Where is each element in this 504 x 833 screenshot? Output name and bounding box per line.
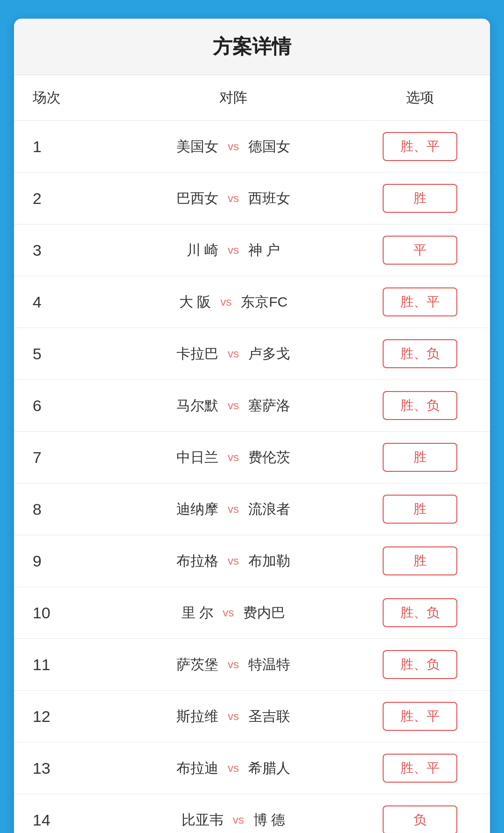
option-badge: 胜	[383, 546, 457, 575]
option-badge: 胜	[383, 495, 457, 524]
vs-label: vs	[228, 762, 239, 775]
table-row: 3 川 崎 vs 神 户 平	[14, 224, 490, 276]
row-number: 13	[33, 759, 98, 777]
row-option: 胜	[369, 443, 471, 472]
vs-label: vs	[228, 554, 239, 567]
home-team: 川 崎	[187, 241, 218, 260]
option-badge: 胜、负	[383, 339, 457, 368]
row-number: 5	[33, 345, 98, 363]
row-option: 胜、平	[369, 287, 471, 316]
table-row: 6 马尔默 vs 塞萨洛 胜、负	[14, 380, 490, 432]
option-badge: 胜、平	[383, 287, 457, 316]
row-option: 胜、平	[369, 132, 471, 161]
table-row: 13 布拉迪 vs 希腊人 胜、平	[14, 742, 490, 794]
row-number: 7	[33, 448, 98, 467]
row-match: 布拉迪 vs 希腊人	[98, 759, 369, 778]
table-row: 14 比亚韦 vs 博 德 负	[14, 794, 490, 833]
away-team: 布加勒	[248, 552, 290, 571]
page-title: 方案详情	[14, 34, 490, 60]
option-badge: 平	[383, 236, 457, 265]
away-team: 卢多戈	[248, 344, 290, 364]
home-team: 里 尔	[182, 603, 213, 623]
away-team: 流浪者	[248, 500, 290, 519]
away-team: 西班女	[248, 189, 290, 208]
option-badge: 胜	[383, 184, 457, 213]
row-number: 14	[33, 811, 98, 829]
row-number: 6	[33, 397, 98, 415]
home-team: 大 阪	[179, 293, 211, 312]
row-number: 8	[33, 500, 98, 518]
row-match: 马尔默 vs 塞萨洛	[98, 396, 369, 415]
home-team: 迪纳摩	[176, 500, 218, 519]
away-team: 费伦茨	[248, 448, 290, 467]
vs-label: vs	[223, 606, 234, 619]
row-number: 9	[33, 552, 98, 570]
vs-label: vs	[220, 295, 231, 308]
vs-label: vs	[228, 710, 239, 723]
table-row: 1 美国女 vs 德国女 胜、平	[14, 121, 490, 173]
option-badge: 胜、平	[383, 702, 457, 731]
row-match: 中日兰 vs 费伦茨	[98, 448, 369, 467]
row-option: 胜、负	[369, 391, 471, 420]
away-team: 德国女	[248, 137, 290, 156]
table-row: 7 中日兰 vs 费伦茨 胜	[14, 432, 490, 483]
row-match: 迪纳摩 vs 流浪者	[98, 500, 369, 519]
row-option: 平	[369, 236, 471, 265]
card-header: 方案详情	[14, 19, 490, 75]
col-field: 场次	[33, 88, 98, 107]
away-team: 东京FC	[241, 293, 287, 312]
row-match: 美国女 vs 德国女	[98, 137, 369, 156]
row-option: 胜	[369, 546, 471, 575]
home-team: 布拉迪	[176, 759, 218, 778]
row-number: 3	[33, 241, 98, 259]
option-badge: 胜、平	[383, 754, 457, 783]
home-team: 巴西女	[176, 189, 218, 208]
row-option: 负	[369, 805, 471, 833]
home-team: 马尔默	[176, 396, 218, 415]
vs-label: vs	[228, 244, 239, 257]
option-badge: 胜、负	[383, 391, 457, 420]
option-badge: 胜、负	[383, 598, 457, 627]
row-number: 4	[33, 293, 98, 311]
vs-label: vs	[228, 192, 239, 205]
vs-label: vs	[228, 140, 239, 153]
vs-label: vs	[233, 813, 244, 826]
row-option: 胜	[369, 184, 471, 213]
away-team: 费内巴	[243, 603, 285, 623]
row-option: 胜、负	[369, 598, 471, 627]
row-number: 10	[33, 604, 98, 622]
table-row: 9 布拉格 vs 布加勒 胜	[14, 535, 490, 587]
option-badge: 胜、负	[383, 650, 457, 679]
home-team: 比亚韦	[182, 811, 224, 830]
table-row: 5 卡拉巴 vs 卢多戈 胜、负	[14, 328, 490, 380]
home-team: 中日兰	[176, 448, 218, 467]
row-match: 里 尔 vs 费内巴	[98, 603, 369, 623]
vs-label: vs	[228, 347, 239, 360]
vs-label: vs	[228, 399, 239, 412]
row-option: 胜	[369, 495, 471, 524]
away-team: 圣吉联	[248, 707, 290, 726]
row-match: 大 阪 vs 东京FC	[98, 293, 369, 312]
row-number: 11	[33, 656, 98, 674]
away-team: 塞萨洛	[248, 396, 290, 415]
away-team: 神 户	[248, 241, 280, 260]
row-match: 川 崎 vs 神 户	[98, 241, 369, 260]
away-team: 特温特	[248, 655, 290, 674]
table-row: 10 里 尔 vs 费内巴 胜、负	[14, 587, 490, 639]
row-number: 12	[33, 707, 98, 726]
row-match: 斯拉维 vs 圣吉联	[98, 707, 369, 726]
table-row: 12 斯拉维 vs 圣吉联 胜、平	[14, 691, 490, 742]
option-badge: 胜	[383, 443, 457, 472]
home-team: 斯拉维	[176, 707, 218, 726]
row-match: 卡拉巴 vs 卢多戈	[98, 344, 369, 364]
option-badge: 负	[383, 805, 457, 833]
row-match: 萨茨堡 vs 特温特	[98, 655, 369, 674]
row-option: 胜、平	[369, 754, 471, 783]
row-option: 胜、负	[369, 650, 471, 679]
table-row: 11 萨茨堡 vs 特温特 胜、负	[14, 639, 490, 691]
away-team: 博 德	[253, 811, 285, 830]
row-match: 布拉格 vs 布加勒	[98, 552, 369, 571]
table-body: 1 美国女 vs 德国女 胜、平 2 巴西女 vs 西班女 胜 3 川 崎	[14, 121, 490, 833]
col-match: 对阵	[98, 88, 369, 107]
row-option: 胜、平	[369, 702, 471, 731]
